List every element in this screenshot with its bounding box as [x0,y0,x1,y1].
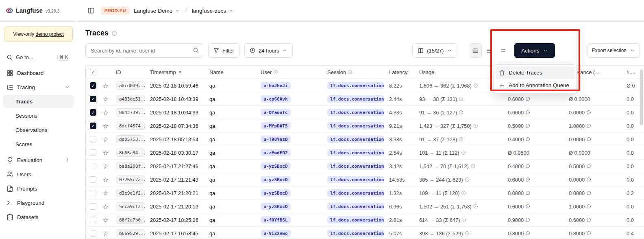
select-all-checkbox[interactable]: ✓ [90,69,96,75]
session-badge[interactable]: lf.docs.conversation... [327,162,384,170]
session-badge[interactable]: lf.docs.conversation... [327,189,384,197]
filter-button[interactable]: Filter [208,43,239,58]
sidebar-item-users[interactable]: Users [3,168,74,181]
trace-id-badge[interactable]: ba8a208f... [116,162,145,170]
row-checkbox[interactable]: ✓ [90,217,96,223]
column-header-timestamp[interactable]: Timestamp▼ [148,69,207,75]
vertical-scrollbar[interactable] [640,69,643,125]
trace-id-badge[interactable]: 88f2a7b0... [116,216,145,224]
column-header-latency[interactable]: Latency [387,69,417,75]
column-header-session[interactable]: Session [325,69,387,75]
sidebar-item-scores[interactable]: Scores [3,138,74,151]
star-icon[interactable]: ☆ [103,216,109,224]
trace-id-badge[interactable]: a0cd0d9... [116,81,145,90]
menu-item-add-to-annotation-queue[interactable]: Add to Annotation Queue [496,79,575,92]
export-selection-button[interactable]: Export selection [587,43,640,58]
menu-item-delete-traces[interactable]: Delete Traces [496,66,575,79]
session-badge[interactable]: lf.docs.conversation... [327,122,384,129]
row-height-medium-button[interactable] [483,43,496,58]
sidebar-item-sessions[interactable]: Sessions [3,109,74,122]
star-icon[interactable]: ☆ [103,189,109,197]
trace-id-badge[interactable]: 8b66a34... [116,149,145,157]
session-badge[interactable]: lf.docs.conversation... [327,216,384,224]
star-icon[interactable]: ☆ [103,95,109,103]
user-badge[interactable]: u-zEwdED2 [261,149,291,156]
row-checkbox[interactable]: ✓ [90,176,96,183]
table-row[interactable]: ✓ ☆ d3e9d1f2... 2025-02-17 21:20:21 qa u… [86,186,644,200]
table-row[interactable]: ✓ ☆ 88f2a7b0... 2025-02-17 18:25:26 qa u… [86,213,644,227]
trace-id-badge[interactable]: dd05753... [116,135,145,143]
session-badge[interactable]: lf.docs.conversation... [327,176,384,183]
row-height-large-button[interactable] [496,43,509,58]
table-row[interactable]: ✓ ☆ 07265c7a... 2025-02-17 21:21:43 qa u… [86,173,644,186]
column-header-name[interactable]: Name [207,69,258,75]
user-badge[interactable]: u-cp66Avh [261,95,291,103]
row-checkbox[interactable]: ✓ [90,123,96,129]
user-badge[interactable]: u-yzSBxcD [261,176,291,183]
project-switcher[interactable]: langfuse-docs [192,8,234,14]
trace-id-badge[interactable]: 07265c7a... [116,175,145,184]
row-checkbox[interactable]: ✓ [90,136,96,143]
sidebar-item-traces[interactable]: Traces [3,95,74,108]
column-header-usage[interactable]: Usage [417,69,505,75]
sidebar-item-tracing[interactable]: Tracing [3,81,74,94]
row-checkbox[interactable]: ✓ [90,82,96,89]
sidebar-item-observations[interactable]: Observations [3,123,74,136]
user-badge[interactable]: u-T98YnzD [261,136,291,143]
row-checkbox[interactable]: ✓ [90,230,96,237]
row-checkbox[interactable]: ✓ [90,109,96,116]
star-icon[interactable]: ☆ [103,149,109,157]
actions-button[interactable]: Actions [514,43,555,58]
column-visibility-button[interactable]: (15/27) [412,43,457,58]
table-row[interactable]: ✓ ☆ dd05753... 2025-02-18 05:13:54 qa u-… [86,133,644,146]
table-row[interactable]: ✓ ☆ b669529... 2025-02-17 16:58:45 qa u-… [86,227,644,239]
user-badge[interactable]: u-yzSBxcD [261,162,291,170]
trace-id-badge[interactable]: 084c739... [116,108,145,116]
row-checkbox[interactable]: ✓ [90,96,96,102]
session-badge[interactable]: lf.docs.conversation... [327,203,384,210]
row-checkbox[interactable]: ✓ [90,163,96,169]
sidebar-item-datasets[interactable]: Datasets [3,210,74,224]
sidebar-item-prompts[interactable]: Prompts [3,182,74,195]
table-row[interactable]: ✓ ☆ ba8a208f... 2025-02-17 21:27:46 qa u… [86,160,644,173]
org-switcher[interactable]: Langfuse Demo [134,8,180,14]
session-badge[interactable]: lf.docs.conversation... [327,109,384,116]
trace-id-badge[interactable]: a433de51... [116,95,145,103]
user-badge[interactable]: u-yzSBxcD [261,189,291,197]
time-range-button[interactable]: 24 hours [244,43,293,58]
trace-id-badge[interactable]: d3e9d1f2... [116,189,145,197]
column-header-id[interactable]: ID [113,69,148,75]
trace-id-badge[interactable]: 5cca9cf2... [116,202,145,210]
user-badge[interactable]: u-VIZzvwo [261,230,291,237]
session-badge[interactable]: lf.docs.conversation... [327,230,384,237]
star-icon[interactable]: ☆ [103,82,109,90]
user-badge[interactable]: u-yzSBxcD [261,203,291,210]
sidebar-item-playground[interactable]: Playground [3,196,74,209]
table-row[interactable]: ✓ ☆ 5cca9cf2... 2025-02-17 21:20:19 qa u… [86,200,644,213]
star-icon[interactable]: ☆ [103,230,109,237]
trace-id-badge[interactable]: b669529... [116,229,145,237]
column-header-user[interactable]: User [258,69,325,75]
row-checkbox[interactable]: ✓ [90,203,96,210]
sidebar-item-dashboard[interactable]: Dashboard [3,66,74,79]
session-badge[interactable]: lf.docs.conversation... [327,82,384,89]
search-input[interactable] [85,43,203,58]
row-checkbox[interactable]: ✓ [90,190,96,196]
user-badge[interactable]: u-OYauofc [261,109,291,116]
table-row[interactable]: ✓ ☆ 8dcf4574... 2025-02-18 07:34:36 qa u… [86,119,644,133]
star-icon[interactable]: ☆ [103,203,109,210]
table-row[interactable]: ✓ ☆ 8b66a34... 2025-02-18 03:30:17 qa u-… [86,146,644,160]
star-icon[interactable]: ☆ [103,162,109,170]
goto-search-button[interactable]: Go to... ⌘ K [3,51,74,63]
row-height-small-button[interactable] [469,43,482,58]
user-badge[interactable]: u-MYpDAT5 [261,122,291,129]
star-icon[interactable]: ☆ [103,109,109,116]
table-row[interactable]: ✓ ☆ 084c739... 2025-02-18 10:04:33 qa u-… [86,106,644,119]
sidebar-toggle-icon[interactable] [85,5,97,16]
session-badge[interactable]: lf.docs.conversation... [327,95,384,103]
star-icon[interactable]: ☆ [103,176,109,184]
search-icon[interactable] [193,47,199,53]
user-badge[interactable]: u-huJhuJi [261,82,291,89]
session-badge[interactable]: lf.docs.conversation... [327,136,384,143]
star-icon[interactable]: ☆ [103,122,109,130]
